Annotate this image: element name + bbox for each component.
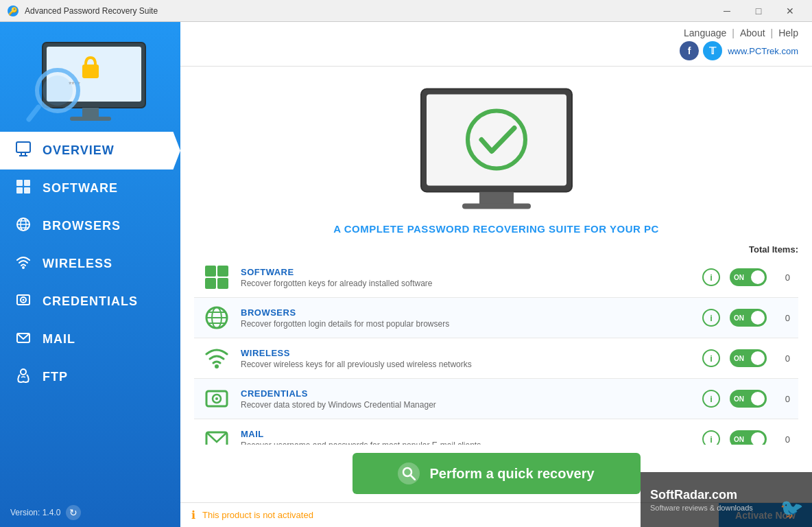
facebook-button[interactable]: f [680, 41, 699, 60]
mail-toggle[interactable]: ON [730, 430, 767, 445]
version-label: Version: 1.4.0 [10, 508, 60, 517]
language-link[interactable]: Language [684, 27, 726, 38]
mail-row-icon [202, 425, 231, 445]
item-row-credentials: CREDENTIALS Recover data stored by Windo… [194, 379, 798, 419]
svg-rect-11 [16, 142, 30, 152]
sidebar-item-credentials[interactable]: CREDENTIALS [0, 283, 180, 320]
svg-text:🔑: 🔑 [8, 6, 18, 16]
wireless-count: 0 [776, 353, 790, 364]
app-title: Advanced Password Recovery Suite [25, 6, 712, 16]
about-link[interactable]: About [740, 27, 765, 38]
sidebar-item-wireless[interactable]: WIRELESS [0, 245, 180, 283]
help-link[interactable]: Help [778, 27, 798, 38]
total-items-row: Total Items: [194, 242, 798, 257]
software-item-desc: Recover forgotten keys for already insta… [241, 279, 693, 288]
sidebar-item-mail[interactable]: MAIL [0, 320, 180, 358]
maximize-button[interactable]: □ [743, 0, 774, 22]
mail-item-name: MAIL [241, 429, 693, 439]
sidebar-item-ftp[interactable]: FTP [0, 358, 180, 396]
software-toggle[interactable]: ON [730, 268, 767, 286]
software-info-button[interactable]: i [702, 268, 720, 286]
mail-row-texts: MAIL Recover username and passwords for … [241, 429, 693, 445]
svg-line-51 [411, 476, 415, 480]
topbar: Language | About | Help f 𝕋 www.PCTrek.c… [180, 22, 812, 67]
mail-info-button[interactable]: i [702, 430, 720, 445]
credentials-toggle-label: ON [734, 395, 744, 403]
status-message: This product is not activated [202, 510, 313, 520]
sidebar-item-wireless-label: WIRELESS [43, 257, 112, 271]
sidebar-footer: Version: 1.4.0 ↻ [0, 498, 180, 527]
credentials-item-desc: Recover data stored by Windows Credentia… [241, 400, 693, 410]
sidebar-item-ftp-label: FTP [43, 370, 68, 384]
credentials-toggle[interactable]: ON [730, 390, 767, 408]
mail-toggle-label: ON [734, 436, 744, 443]
svg-rect-37 [205, 278, 216, 289]
titlebar: 🔑 Advanced Password Recovery Suite ─ □ ✕ [0, 0, 812, 22]
twitter-button[interactable]: 𝕋 [703, 41, 722, 60]
mail-toggle-knob [751, 432, 765, 445]
sidebar-item-browsers[interactable]: BROWSERS [0, 207, 180, 245]
items-area: Total Items: SOFTWARE Recover forgotten … [180, 242, 812, 445]
minimize-button[interactable]: ─ [712, 0, 742, 22]
svg-point-27 [23, 299, 25, 301]
svg-rect-18 [24, 187, 30, 194]
svg-rect-5 [70, 117, 111, 121]
sidebar-item-software-label: SOFTWARE [43, 181, 118, 196]
hero-section: A COMPLETE PASSWORD RECOVERING SUITE FOR… [180, 67, 812, 242]
credentials-row-texts: CREDENTIALS Recover data stored by Windo… [241, 388, 693, 410]
browsers-row-icon [202, 303, 231, 332]
sidebar-item-browsers-label: BROWSERS [43, 219, 121, 233]
svg-rect-33 [462, 204, 531, 209]
website-link[interactable]: www.PCTrek.com [728, 46, 798, 56]
window-controls: ─ □ ✕ [712, 0, 805, 22]
mail-icon [14, 330, 33, 349]
wireless-row-icon [202, 344, 231, 373]
software-item-name: SOFTWARE [241, 267, 693, 277]
browsers-item-name: BROWSERS [241, 307, 693, 318]
sidebar-item-overview[interactable]: OVERVIEW [0, 132, 180, 169]
sidebar-item-software[interactable]: SOFTWARE [0, 169, 180, 207]
app-body: **** OVERVIEW SOFTWARE [0, 22, 812, 527]
browsers-toggle-knob [751, 311, 765, 325]
browsers-info-button[interactable]: i [702, 309, 720, 327]
wireless-item-desc: Recover wireless keys for all previously… [241, 360, 693, 369]
sidebar: **** OVERVIEW SOFTWARE [0, 22, 180, 527]
hero-monitor-image [401, 80, 593, 218]
browsers-icon [14, 217, 33, 235]
svg-rect-6 [82, 65, 99, 78]
svg-rect-36 [217, 266, 228, 277]
refresh-button[interactable]: ↻ [66, 505, 81, 520]
item-row-software: SOFTWARE Recover forgotten keys for alre… [194, 257, 798, 298]
overview-icon [14, 141, 33, 160]
action-area: Perform a quick recovery [180, 445, 812, 502]
software-row-texts: SOFTWARE Recover forgotten keys for alre… [241, 267, 693, 288]
quick-recovery-button[interactable]: Perform a quick recovery [353, 453, 641, 494]
close-button[interactable]: ✕ [775, 0, 805, 22]
software-icon [14, 179, 33, 198]
svg-point-44 [215, 364, 219, 368]
browsers-toggle[interactable]: ON [730, 309, 767, 327]
svg-rect-38 [217, 278, 228, 289]
svg-point-24 [22, 266, 25, 269]
browsers-row-texts: BROWSERS Recover forgotten login details… [241, 307, 693, 329]
item-row-wireless: WIRELESS Recover wireless keys for all p… [194, 338, 798, 379]
app-icon: 🔑 [7, 5, 19, 17]
svg-point-9 [43, 75, 73, 106]
sidebar-item-mail-label: MAIL [43, 332, 75, 347]
software-count: 0 [776, 272, 790, 283]
svg-line-10 [29, 107, 38, 119]
credentials-item-name: CREDENTIALS [241, 388, 693, 399]
svg-rect-32 [479, 192, 514, 204]
wireless-info-button[interactable]: i [702, 349, 720, 367]
credentials-row-icon [202, 384, 231, 413]
activate-now-button[interactable]: Activate Now [719, 503, 812, 527]
wireless-item-name: WIRELESS [241, 348, 693, 358]
sidebar-item-credentials-label: CREDENTIALS [43, 294, 138, 309]
statusbar: ℹ This product is not activated Activate… [180, 502, 812, 527]
credentials-count: 0 [776, 394, 790, 404]
wireless-toggle[interactable]: ON [730, 349, 767, 367]
credentials-info-button[interactable]: i [702, 390, 720, 408]
mail-count: 0 [776, 434, 790, 445]
sep2: | [771, 27, 774, 38]
item-row-mail: MAIL Recover username and passwords for … [194, 419, 798, 445]
